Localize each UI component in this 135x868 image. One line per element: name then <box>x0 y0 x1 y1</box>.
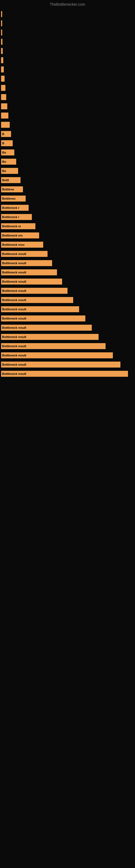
bar-row: B <box>1 130 135 138</box>
result-bar <box>1 66 4 72</box>
bar-row <box>1 47 135 55</box>
bars-container: BBBoBoBoBottlBottleneBottlenecBottleneck… <box>0 8 135 379</box>
bar-row: Bottleneck res <box>1 231 135 239</box>
result-bar <box>1 57 3 63</box>
result-bar: Bottleneck result <box>1 288 68 294</box>
result-bar: Bottleneck r <box>1 214 32 220</box>
result-bar: Bottleneck resu <box>1 242 43 248</box>
bar-row: Bottleneck re <box>1 222 135 230</box>
result-bar: Bottl <box>1 177 20 183</box>
bar-row: Bottleneck result <box>1 370 135 378</box>
bar-row: Bottleneck result <box>1 250 135 258</box>
result-bar <box>1 94 6 100</box>
result-bar: B <box>1 140 13 146</box>
result-bar: Bottleneck res <box>1 232 39 239</box>
result-bar <box>1 85 5 91</box>
bar-row: Bo <box>1 149 135 156</box>
bar-row <box>1 84 135 92</box>
bar-row <box>1 112 135 119</box>
result-bar <box>1 113 8 119</box>
bar-row: Bottleneck result <box>1 278 135 285</box>
result-bar: Bottleneck result <box>1 343 105 349</box>
bar-row: Bottleneck result <box>1 296 135 304</box>
result-bar: Bottleneck re <box>1 223 35 229</box>
bar-row: B <box>1 140 135 147</box>
bar-row: Bo <box>1 158 135 165</box>
bar-row: Bottleneck r <box>1 213 135 221</box>
bar-row: Bo <box>1 167 135 175</box>
page-container: TheBottlenecker.com BBBoBoBoBottlBottlen… <box>0 0 135 868</box>
result-bar <box>1 76 5 82</box>
bar-row: Bottleneck result <box>1 361 135 368</box>
result-bar: Bottleneck r <box>1 205 29 211</box>
bar-row: Bottl <box>1 176 135 184</box>
result-bar <box>1 39 2 45</box>
bar-row: Bottlene <box>1 186 135 193</box>
result-bar <box>1 122 10 128</box>
bar-row <box>1 75 135 83</box>
bar-row: Bottleneck resu <box>1 241 135 248</box>
bar-row <box>1 20 135 27</box>
result-bar: Bottleneck result <box>1 315 85 321</box>
result-bar <box>1 11 2 17</box>
bar-row: Bottlenec <box>1 195 135 203</box>
result-bar: Bo <box>1 159 16 165</box>
result-bar: Bo <box>1 168 18 174</box>
result-bar: Bottlenec <box>1 195 26 202</box>
bar-row: Bottleneck result <box>1 324 135 332</box>
result-bar: Bottleneck result <box>1 306 79 312</box>
bar-row <box>1 56 135 64</box>
bar-row <box>1 66 135 73</box>
result-bar: Bottleneck result <box>1 279 62 284</box>
bar-row <box>1 102 135 110</box>
result-bar: Bottleneck result <box>1 362 121 368</box>
bar-row: Bottleneck result <box>1 342 135 350</box>
bar-row: Bottleneck r <box>1 204 135 212</box>
bar-row: Bottleneck result <box>1 305 135 313</box>
result-bar: B <box>1 131 11 137</box>
result-bar <box>1 103 7 109</box>
bar-row <box>1 38 135 45</box>
result-bar: Bottleneck result <box>1 352 113 358</box>
site-title: TheBottlenecker.com <box>0 0 135 8</box>
result-bar: Bottleneck result <box>1 260 52 266</box>
bar-row: Bottleneck result <box>1 333 135 341</box>
bar-row: Bottleneck result <box>1 287 135 294</box>
result-bar: Bottlene <box>1 186 23 192</box>
bar-row: Bottleneck result <box>1 351 135 359</box>
result-bar <box>1 20 2 26</box>
result-bar: Bottleneck result <box>1 325 92 331</box>
result-bar: Bottleneck result <box>1 297 73 303</box>
result-bar: Bottleneck result <box>1 334 98 340</box>
result-bar <box>1 30 2 35</box>
bar-row: Bottleneck result <box>1 315 135 322</box>
bar-row <box>1 121 135 129</box>
result-bar: Bottleneck result <box>1 371 128 377</box>
bar-row <box>1 10 135 18</box>
bar-row: Bottleneck result <box>1 259 135 267</box>
result-bar: Bottleneck result <box>1 269 57 275</box>
bar-row: Bottleneck result <box>1 269 135 276</box>
result-bar: Bo <box>1 150 14 155</box>
result-bar <box>1 48 3 54</box>
bar-row <box>1 29 135 36</box>
bar-row <box>1 93 135 101</box>
result-bar: Bottleneck result <box>1 251 48 257</box>
